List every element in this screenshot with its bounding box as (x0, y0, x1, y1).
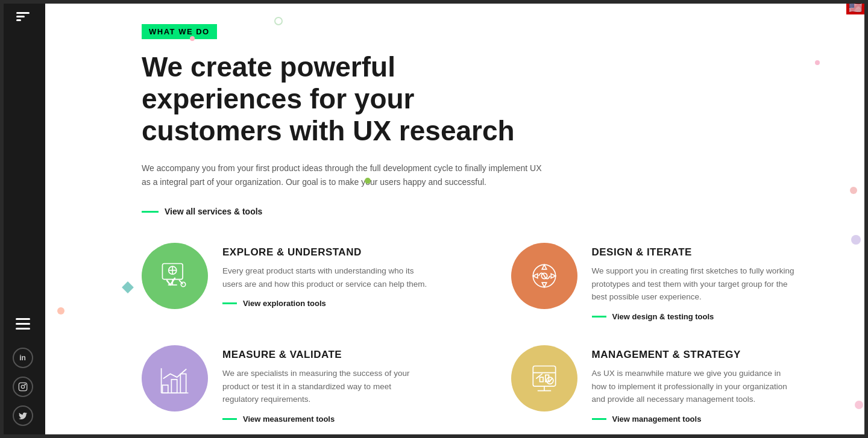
management-icon-wrap (511, 345, 577, 411)
linkedin-icon[interactable]: in (13, 348, 33, 368)
view-all-link[interactable]: View all services & tools (142, 207, 832, 216)
management-title: MANAGEMENT & STRATEGY (592, 349, 832, 361)
measure-content: MEASURE & VALIDATE We are specialists in… (222, 345, 463, 424)
service-item-management: MANAGEMENT & STRATEGY As UX is meanwhile… (511, 345, 832, 424)
main-content: WHAT WE DO We create powerful experience… (45, 0, 868, 438)
management-content: MANAGEMENT & STRATEGY As UX is meanwhile… (592, 345, 832, 424)
explore-title: EXPLORE & UNDERSTAND (222, 246, 463, 258)
management-link[interactable]: View management tools (592, 415, 832, 424)
svg-rect-12 (162, 385, 168, 393)
measure-desc: We are specialists in measuring the succ… (222, 367, 427, 406)
twitter-icon[interactable] (13, 405, 33, 426)
design-link[interactable]: View design & testing tools (592, 312, 832, 321)
measure-link[interactable]: View measurement tools (222, 415, 463, 424)
svg-rect-0 (19, 383, 27, 390)
design-content: DESIGN & ITERATE We support you in creat… (592, 243, 832, 321)
logo-icon (16, 12, 30, 21)
explore-content: EXPLORE & UNDERSTAND Every great product… (222, 243, 463, 308)
measure-title: MEASURE & VALIDATE (222, 349, 463, 361)
explore-icon-wrap (142, 243, 208, 309)
section-tag: WHAT WE DO (142, 24, 217, 39)
design-icon-wrap (511, 243, 577, 309)
explore-link[interactable]: View exploration tools (222, 299, 463, 308)
sidebar: in (0, 0, 45, 438)
main-heading: We create powerful experiences for your … (142, 51, 552, 147)
service-item-measure: MEASURE & VALIDATE We are specialists in… (142, 345, 463, 424)
svg-point-9 (181, 283, 185, 287)
svg-point-2 (25, 384, 25, 385)
svg-rect-13 (171, 380, 177, 393)
hamburger-menu[interactable] (16, 318, 30, 330)
service-item-explore: EXPLORE & UNDERSTAND Every great product… (142, 243, 463, 321)
explore-desc: Every great product starts with understa… (222, 264, 427, 290)
management-desc: As UX is meanwhile mature we give you gu… (592, 367, 797, 406)
measure-icon-wrap (142, 345, 208, 411)
design-title: DESIGN & ITERATE (592, 246, 832, 258)
svg-rect-21 (539, 377, 543, 381)
services-grid: EXPLORE & UNDERSTAND Every great product… (142, 243, 832, 424)
main-description: We accompany you from your first product… (142, 161, 552, 190)
svg-point-1 (21, 385, 24, 388)
service-item-design: DESIGN & ITERATE We support you in creat… (511, 243, 832, 321)
svg-rect-14 (180, 374, 186, 393)
instagram-icon[interactable] (13, 377, 33, 397)
language-flag[interactable] (846, 0, 868, 14)
design-desc: We support you in creating first sketche… (592, 264, 797, 304)
